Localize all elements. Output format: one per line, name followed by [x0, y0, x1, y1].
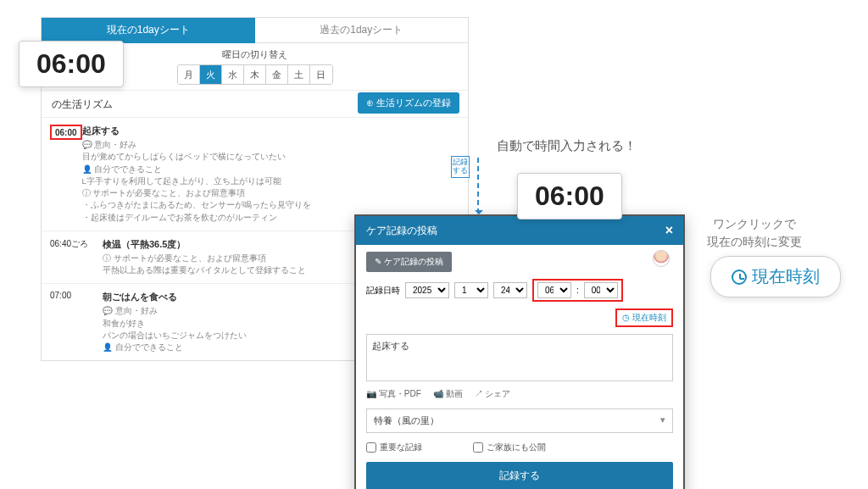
annotation-auto-time: 自動で時間入力される！	[497, 138, 637, 154]
checkbox-text: 重要な記録	[380, 442, 422, 453]
record-tag[interactable]: 記録する	[451, 156, 470, 178]
modal-title: ケア記録の投稿	[366, 224, 437, 238]
now-time-link[interactable]: 現在時刻	[615, 308, 673, 327]
date-label: 記録日時	[366, 285, 400, 297]
now-pill: 現在時刻	[710, 256, 841, 297]
time-callout-left: 06:00	[19, 41, 124, 87]
important-checkbox[interactable]	[366, 442, 376, 453]
care-record-modal: ケア記録の投稿 × ケア記録の投稿 記録日時 2025 1 24 06 : 00…	[354, 214, 685, 489]
close-icon[interactable]: ×	[665, 223, 673, 238]
section-header: の生活リズム 生活リズムの登録	[42, 90, 468, 117]
tab-current-sheet[interactable]: 現在の1dayシート	[42, 18, 255, 43]
section-title: の生活リズム	[52, 98, 113, 110]
modal-header: ケア記録の投稿 ×	[356, 216, 683, 245]
minute-select[interactable]: 00	[584, 282, 618, 298]
time-highlight-box: 06 : 00	[532, 279, 623, 302]
entry-line: ・ふらつきがたまにあるため、センサーが鳴ったら見守りを	[82, 199, 459, 211]
day-mon[interactable]: 月	[178, 65, 200, 84]
annotation-one-click: ワンクリックで 現在の時刻に変更	[707, 215, 802, 251]
check-row: 重要な記録 ご家族にも公開	[356, 438, 683, 462]
facility-select[interactable]: 特養（風の里）	[366, 408, 673, 433]
family-checkbox[interactable]	[473, 442, 483, 453]
day-sun[interactable]: 日	[310, 65, 332, 84]
entry-line: ⓘ サポートが必要なこと、および留意事項	[82, 187, 459, 199]
time-colon: :	[576, 286, 579, 295]
submit-record-button[interactable]: 記録する	[366, 462, 673, 489]
attach-photo-button[interactable]: 📷 写真・PDF	[366, 388, 421, 400]
entry-0600: 06:00 起床する 💬 意向・好み 目が覚めてからしばらくはベッドで横になって…	[42, 117, 468, 231]
register-rhythm-button[interactable]: 生活リズムの登録	[358, 92, 459, 114]
hour-select[interactable]: 06	[537, 282, 571, 298]
day-sat[interactable]: 土	[288, 65, 310, 84]
entry-title: 起床する	[82, 125, 459, 137]
day-thu[interactable]: 木	[244, 65, 266, 84]
entry-line: 目が覚めてからしばらくはベッドで横になっていたい	[82, 151, 459, 163]
record-datetime-row: 記録日時 2025 1 24 06 : 00	[356, 272, 683, 308]
family-checkbox-label[interactable]: ご家族にも公開	[473, 442, 546, 453]
sheet-tabs: 現在の1dayシート 過去の1dayシート	[42, 18, 468, 43]
annotation-line: 現在の時刻に変更	[707, 233, 802, 251]
attach-row: 📷 写真・PDF 📹 動画 ↗ シェア	[356, 385, 683, 403]
day-select[interactable]: 24	[493, 282, 527, 298]
entry-time-0700: 07:00	[50, 291, 103, 353]
record-textarea[interactable]: 起床する	[366, 334, 673, 381]
time-callout-right: 06:00	[517, 173, 622, 219]
entry-line: L字手すりを利用して起き上がり、立ち上がりは可能	[82, 175, 459, 187]
entry-time-0640: 06:40ごろ	[50, 238, 103, 277]
facility-value: 特養（風の里）	[374, 414, 439, 427]
entry-line: 💬 意向・好み	[82, 139, 459, 151]
checkbox-text: ご家族にも公開	[487, 442, 546, 453]
attach-share-button[interactable]: ↗ シェア	[475, 388, 511, 400]
day-fri[interactable]: 金	[266, 65, 288, 84]
tab-past-sheet[interactable]: 過去の1dayシート	[255, 18, 469, 43]
year-select[interactable]: 2025	[405, 282, 449, 298]
day-wed[interactable]: 水	[222, 65, 244, 84]
important-checkbox-label[interactable]: 重要な記録	[366, 442, 422, 453]
day-pills: 月 火 水 木 金 土 日	[177, 64, 333, 85]
month-select[interactable]: 1	[454, 282, 488, 298]
avatar	[653, 250, 670, 267]
now-pill-label: 現在時刻	[752, 265, 820, 288]
entry-body: 起床する 💬 意向・好み 目が覚めてからしばらくはベッドで横になっていたい 👤 …	[82, 125, 459, 224]
dashed-arrow-icon	[477, 158, 479, 214]
now-link-row: 現在時刻	[356, 308, 683, 331]
attach-video-button[interactable]: 📹 動画	[433, 388, 463, 400]
entry-time-0600: 06:00	[50, 125, 82, 140]
modal-subheader: ケア記録の投稿	[366, 252, 452, 272]
day-tue[interactable]: 火	[200, 65, 222, 84]
entry-line: 👤 自分でできること	[82, 164, 459, 175]
annotation-line: ワンクリックで	[707, 215, 802, 233]
clock-icon	[732, 270, 747, 285]
